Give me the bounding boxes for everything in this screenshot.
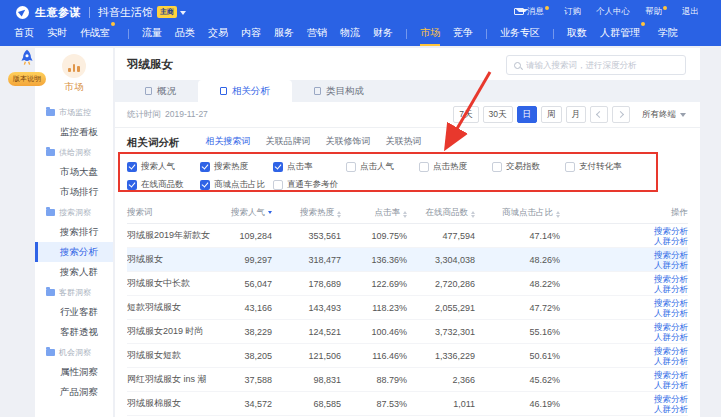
table-row[interactable]: 网红羽绒服女 ins 潮 37,588 98,831 88.79% 2,366 … <box>127 368 688 392</box>
help-link[interactable]: 帮助 <box>645 6 667 18</box>
table-row[interactable]: 羽绒服2019年新款女 109,284 353,561 109.75% 477,… <box>127 224 688 248</box>
metric-mall-click-share[interactable]: 商城点击占比 <box>200 179 273 191</box>
crowd-analysis-link[interactable]: 人群分析 <box>560 356 688 366</box>
tab-related-search-words[interactable]: 相关搜索词 <box>206 132 251 154</box>
nav-item-finance[interactable]: 财务 <box>373 22 393 46</box>
crowd-analysis-link[interactable]: 人群分析 <box>560 404 688 414</box>
sidebar-item-attribute-insight[interactable]: 属性洞察 <box>35 362 113 382</box>
checkbox-unchecked-icon[interactable] <box>492 162 502 172</box>
sidebar-item-market-ranking[interactable]: 市场排行 <box>35 182 113 202</box>
crowd-analysis-link[interactable]: 人群分析 <box>560 332 688 342</box>
range-30d-button[interactable]: 30天 <box>483 106 513 123</box>
terminal-filter-dropdown[interactable]: 所有终端 <box>642 109 686 121</box>
tab-hot-words[interactable]: 关联热词 <box>386 132 422 154</box>
checkbox-checked-icon[interactable] <box>273 162 283 172</box>
search-analysis-link[interactable]: 搜索分析 <box>560 370 688 380</box>
sidebar-item-search-ranking[interactable]: 搜索排行 <box>35 222 113 242</box>
tab-related-analysis[interactable]: 相关分析 <box>198 80 292 102</box>
metric-click-heat[interactable]: 点击热度 <box>419 161 492 173</box>
nav-item-competition[interactable]: 竞争 <box>453 22 473 46</box>
checkbox-unchecked-icon[interactable] <box>565 162 575 172</box>
nav-item-category[interactable]: 品类 <box>175 22 195 46</box>
sortable-column-mall-click-share[interactable]: 商城点击占比 <box>475 207 560 219</box>
table-row[interactable]: 羽绒服女短款 38,205 121,506 116.46% 1,336,229 … <box>127 344 688 368</box>
nav-item-logistics[interactable]: 物流 <box>340 22 360 46</box>
sortable-column-search-heat[interactable]: 搜索热度 <box>272 207 341 219</box>
checkbox-checked-icon[interactable] <box>127 180 137 190</box>
sortable-column-search-popularity[interactable]: 搜索人气 <box>212 207 272 219</box>
nav-item-home[interactable]: 首页 <box>14 22 34 46</box>
nav-item-data-fetch[interactable]: 取数 <box>567 22 587 46</box>
metric-pay-conversion[interactable]: 支付转化率 <box>565 161 638 173</box>
keyword-search-box[interactable] <box>506 55 686 75</box>
version-note-badge[interactable]: 版本说明 <box>8 72 46 86</box>
tab-brand-words[interactable]: 关联品牌词 <box>266 132 311 154</box>
nav-item-service[interactable]: 服务 <box>274 22 294 46</box>
sidebar-item-industry-customers[interactable]: 行业客群 <box>35 302 113 322</box>
range-7d-button[interactable]: 7天 <box>453 106 478 123</box>
sidebar-item-search-analysis[interactable]: 搜索分析 <box>35 242 113 262</box>
prev-date-button[interactable] <box>590 106 608 123</box>
metric-search-heat[interactable]: 搜索热度 <box>200 161 273 173</box>
checkbox-checked-icon[interactable] <box>200 162 210 172</box>
sortable-column-online-products[interactable]: 在线商品数 <box>407 207 475 219</box>
checkbox-unchecked-icon[interactable] <box>273 180 283 190</box>
metric-click-rate[interactable]: 点击率 <box>273 161 346 173</box>
checkbox-unchecked-icon[interactable] <box>419 162 429 172</box>
sidebar-item-customer-perspective[interactable]: 客群透视 <box>35 322 113 342</box>
sidebar-item-monitor-board[interactable]: 监控看板 <box>35 122 113 142</box>
sidebar-item-product-insight[interactable]: 产品洞察 <box>35 382 113 402</box>
granularity-month-button[interactable]: 月 <box>566 106 587 123</box>
nav-item-market[interactable]: 市场 <box>420 22 440 46</box>
search-analysis-link[interactable]: 搜索分析 <box>560 346 688 356</box>
table-row[interactable]: 羽绒服女2019 时尚 38,229 124,521 100.46% 3,732… <box>127 320 688 344</box>
nav-item-war-room[interactable]: 作战室 <box>80 22 115 46</box>
table-row[interactable]: 羽绒服女 99,297 318,477 136.36% 3,304,038 48… <box>127 248 688 272</box>
table-row[interactable]: 短款羽绒服女 43,166 143,493 118.23% 2,055,291 … <box>127 296 688 320</box>
search-input[interactable] <box>526 60 678 70</box>
nav-item-business-zone[interactable]: 业务专区 <box>500 22 540 46</box>
nav-item-trade[interactable]: 交易 <box>208 22 228 46</box>
crowd-analysis-link[interactable]: 人群分析 <box>560 260 688 270</box>
search-analysis-link[interactable]: 搜索分析 <box>560 322 688 332</box>
sidebar-item-search-crowd[interactable]: 搜索人群 <box>35 262 113 282</box>
messages-link[interactable]: 消息 <box>514 6 549 18</box>
tab-modifier-words[interactable]: 关联修饰词 <box>326 132 371 154</box>
checkbox-unchecked-icon[interactable] <box>346 162 356 172</box>
shop-name[interactable]: 抖音生活馆 <box>98 5 153 20</box>
chevron-down-icon[interactable] <box>180 11 186 15</box>
crowd-analysis-link[interactable]: 人群分析 <box>560 380 688 390</box>
search-analysis-link[interactable]: 搜索分析 <box>560 226 688 236</box>
crowd-analysis-link[interactable]: 人群分析 <box>560 284 688 294</box>
nav-item-marketing[interactable]: 营销 <box>307 22 327 46</box>
granularity-week-button[interactable]: 周 <box>541 106 562 123</box>
nav-item-crowd-management[interactable]: 人群管理 <box>600 22 645 46</box>
next-date-button[interactable] <box>612 106 630 123</box>
table-row[interactable]: 羽绒服棉服女 34,572 68,585 87.53% 1,011 46.19%… <box>127 392 688 416</box>
search-analysis-link[interactable]: 搜索分析 <box>560 394 688 404</box>
nav-item-content[interactable]: 内容 <box>241 22 261 46</box>
subscribe-link[interactable]: 订购 <box>564 6 581 18</box>
search-analysis-link[interactable]: 搜索分析 <box>560 250 688 260</box>
sidebar-item-market-overview[interactable]: 市场大盘 <box>35 162 113 182</box>
logout-link[interactable]: 退出 <box>682 6 699 18</box>
checkbox-checked-icon[interactable] <box>200 180 210 190</box>
search-analysis-link[interactable]: 搜索分析 <box>560 274 688 284</box>
sortable-column-click-rate[interactable]: 点击率 <box>341 207 407 219</box>
granularity-day-button[interactable]: 日 <box>517 106 538 123</box>
table-row[interactable]: 羽绒服女中长款 56,047 178,689 122.69% 2,720,286… <box>127 272 688 296</box>
nav-item-realtime[interactable]: 实时 <box>47 22 67 46</box>
assistant-widget[interactable]: 版本说明 <box>8 49 54 86</box>
metric-online-products[interactable]: 在线商品数 <box>127 179 200 191</box>
metric-train-ref-price[interactable]: 直通车参考价 <box>273 179 346 191</box>
personal-center-link[interactable]: 个人中心 <box>596 6 630 18</box>
crowd-analysis-link[interactable]: 人群分析 <box>560 236 688 246</box>
nav-item-academy[interactable]: 学院 <box>658 22 678 46</box>
metric-trade-index[interactable]: 交易指数 <box>492 161 565 173</box>
tab-category-composition[interactable]: 类目构成 <box>292 80 386 102</box>
crowd-analysis-link[interactable]: 人群分析 <box>560 308 688 318</box>
search-analysis-link[interactable]: 搜索分析 <box>560 298 688 308</box>
checkbox-checked-icon[interactable] <box>127 162 137 172</box>
nav-item-traffic[interactable]: 流量 <box>142 22 162 46</box>
tab-overview[interactable]: 概况 <box>123 80 198 102</box>
